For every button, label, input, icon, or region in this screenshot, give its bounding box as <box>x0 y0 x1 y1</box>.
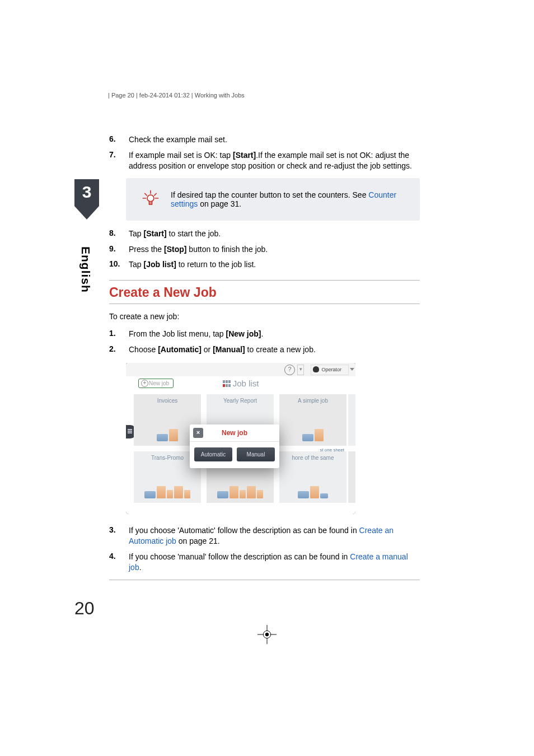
close-icon[interactable]: × <box>193 428 203 438</box>
ordered-list-b: 8. Tap [Start] to start the job. 9. Pres… <box>109 228 420 270</box>
text: Tap <box>129 229 143 238</box>
document-icon <box>240 490 246 498</box>
item-text: If you choose 'Automatic' follow the des… <box>129 525 420 547</box>
dropdown-icon[interactable]: ▾ <box>297 365 304 375</box>
list-item: 2. Choose [Automatic] or [Manual] to cre… <box>109 344 420 355</box>
list-item: 8. Tap [Start] to start the job. <box>109 228 420 239</box>
bold-text: [Manual] <box>213 345 245 354</box>
list-item: 6. Check the example mail set. <box>109 134 420 145</box>
envelope-icon <box>320 493 328 498</box>
tip-callout: If desired tap the counter button to set… <box>126 178 420 221</box>
text: Press the <box>129 245 164 254</box>
svg-point-0 <box>147 195 154 202</box>
chevron-down-icon[interactable] <box>350 368 354 371</box>
document-icon <box>157 486 166 498</box>
automatic-button[interactable]: Automatic <box>194 447 232 461</box>
document-icon <box>229 486 238 498</box>
screenshot-topbar: ? ▾ Operator <box>126 363 355 376</box>
item-number: 10. <box>109 259 129 270</box>
list-item: 4. If you choose 'manual' follow the des… <box>109 552 420 573</box>
card-icons <box>279 486 346 498</box>
text: If example mail set is OK: tap <box>129 151 233 160</box>
bold-text: [Start] <box>143 229 166 238</box>
ordered-list-a: 6. Check the example mail set. 7. If exa… <box>109 134 420 171</box>
lightbulb-icon <box>130 189 171 209</box>
document-icon <box>184 490 190 498</box>
ordered-list-c: 1. From the Job list menu, tap [New job]… <box>109 329 420 355</box>
card-icons <box>207 486 274 498</box>
envelope-icon <box>298 491 309 498</box>
text: If you choose 'Automatic' follow the des… <box>129 526 359 535</box>
bold-text: [Automatic] <box>158 345 202 354</box>
main-content: 6. Check the example mail set. 7. If exa… <box>109 134 420 580</box>
text: on page 31. <box>198 199 241 208</box>
item-number: 6. <box>109 134 129 145</box>
new-job-modal: × New job Automatic Manual <box>190 424 279 468</box>
bold-text: [Job list] <box>143 260 176 269</box>
text: to start the job. <box>167 229 221 238</box>
section-intro: To create a new job: <box>109 312 420 321</box>
job-card-edge[interactable] <box>348 451 355 503</box>
section-heading: Create a New Job <box>109 285 420 300</box>
job-card-more-same[interactable]: hore of the same <box>279 451 346 503</box>
text: to return to the job list. <box>176 260 256 269</box>
card-label: Invoices <box>134 398 201 404</box>
text: Choose <box>129 345 158 354</box>
card-label: A simple job <box>279 398 346 404</box>
document-icon <box>257 490 263 498</box>
text: button to finish the job. <box>186 245 268 254</box>
help-icon[interactable]: ? <box>284 365 295 375</box>
envelope-icon <box>217 491 228 498</box>
rule <box>109 580 420 580</box>
job-card-a-simple-job[interactable]: A simple jobst one sheet <box>279 394 346 446</box>
text: Tap <box>129 260 143 269</box>
list-item: 9. Press the [Stop] button to finish the… <box>109 244 420 255</box>
item-number: 2. <box>109 344 129 355</box>
svg-point-8 <box>265 633 269 636</box>
svg-rect-2 <box>226 380 228 383</box>
bold-text: [New job] <box>226 329 261 338</box>
text: . <box>139 563 142 572</box>
item-number: 4. <box>109 552 129 573</box>
list-item: 7. If example mail set is OK: tap [Start… <box>109 150 420 171</box>
card-icons <box>134 486 201 498</box>
item-number: 3. <box>109 525 129 547</box>
manual-button[interactable]: Manual <box>237 447 275 461</box>
list-item: 1. From the Job list menu, tap [New job]… <box>109 329 420 339</box>
item-text: Press the [Stop] button to finish the jo… <box>129 244 420 255</box>
document-icon <box>174 486 183 498</box>
item-text: Choose [Automatic] or [Manual] to create… <box>129 344 420 355</box>
envelope-icon <box>157 434 168 441</box>
rule <box>109 304 420 304</box>
job-card-edge[interactable] <box>348 394 355 446</box>
ordered-list-d: 3. If you choose 'Automatic' follow the … <box>109 525 420 573</box>
text: If desired tap the counter button to set… <box>171 190 368 199</box>
svg-rect-4 <box>223 384 225 387</box>
svg-rect-5 <box>226 384 228 387</box>
operator-button[interactable]: Operator <box>311 365 349 375</box>
document-icon <box>247 486 256 498</box>
card-label: hore of the same <box>279 455 346 461</box>
item-text: Check the example mail set. <box>129 134 420 145</box>
registration-mark-icon <box>256 624 278 647</box>
bold-text: [Start] <box>233 151 256 160</box>
item-text: If example mail set is OK: tap [Start].I… <box>129 150 420 171</box>
list-item: 3. If you choose 'Automatic' follow the … <box>109 525 420 547</box>
item-text: If you choose 'manual' follow the descri… <box>129 552 420 573</box>
svg-rect-6 <box>228 384 231 387</box>
document-icon <box>315 429 324 441</box>
rule <box>109 280 420 281</box>
text: If you choose 'manual' follow the descri… <box>129 552 350 561</box>
page-number: 20 <box>74 598 95 619</box>
svg-rect-1 <box>223 380 225 383</box>
item-number: 8. <box>109 228 129 239</box>
device-screenshot: ? ▾ Operator New job Job list › Invoices… <box>126 363 355 514</box>
page: | Page 20 | feb-24-2014 01:32 | Working … <box>0 0 534 756</box>
modal-header: × New job <box>190 424 279 442</box>
modal-title: New job <box>222 429 247 437</box>
bold-text: [Stop] <box>164 245 186 254</box>
chapter-tab: 3 <box>74 179 99 258</box>
language-tab: English <box>79 246 92 293</box>
item-text: Tap [Job list] to return to the job list… <box>129 259 420 270</box>
text: on page 21. <box>176 536 220 545</box>
